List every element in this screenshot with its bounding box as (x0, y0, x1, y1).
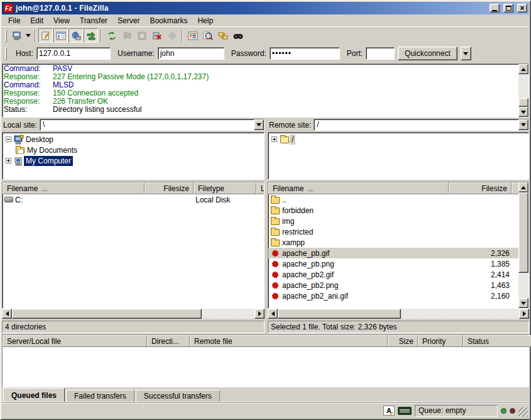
remote-file-row[interactable]: apache_pb2.gif2,414 (268, 269, 518, 280)
toggle-remote-tree-button[interactable] (68, 28, 83, 43)
titlebar[interactable]: Fz john@127.0.0.1 - FileZilla × (2, 2, 529, 14)
column-header-filename[interactable]: Filename (3, 182, 145, 194)
remote-pane: Remote site: / / Filename Filesize (268, 119, 529, 333)
remote-file-row[interactable]: apache_pb2.png1,463 (268, 280, 518, 290)
remote-site-combo-button[interactable] (518, 119, 528, 130)
column-header-filesize[interactable]: Filesize (449, 182, 512, 194)
scroll-right-button[interactable] (519, 309, 529, 319)
remote-file-row-selected[interactable]: apache_pb.gif2,326 (268, 248, 518, 258)
column-header-server-local-file[interactable]: Server/Local file (3, 335, 147, 347)
remote-vertical-scrollbar[interactable] (518, 182, 528, 308)
column-header-filesize[interactable]: Filesize (145, 182, 194, 194)
port-input[interactable] (366, 47, 395, 60)
scroll-track[interactable] (518, 74, 528, 98)
remote-file-row[interactable]: apache_pb2_ani.gif2,160 (268, 290, 518, 301)
close-button[interactable]: × (517, 4, 527, 13)
menu-bookmarks[interactable]: Bookmarks (145, 15, 192, 26)
expand-expander-icon[interactable] (271, 136, 277, 142)
speed-limit-icon[interactable] (398, 407, 412, 415)
directory-filters-button[interactable] (185, 28, 200, 43)
directory-comparison-button[interactable] (200, 28, 215, 43)
local-horizontal-scrollbar[interactable] (2, 309, 265, 319)
scroll-left-button[interactable] (268, 309, 278, 319)
toggle-transfer-queue-button[interactable] (84, 28, 98, 43)
reconnect-button[interactable] (165, 28, 179, 43)
remote-file-row[interactable]: forbidden (268, 205, 518, 216)
tab-queued-files[interactable]: Queued files (3, 388, 65, 402)
scroll-up-button[interactable] (518, 182, 528, 192)
menu-transfer[interactable]: Transfer (75, 15, 112, 26)
quickconnect-grip[interactable] (5, 47, 7, 60)
menu-help[interactable]: Help (192, 15, 218, 26)
scroll-track[interactable] (401, 309, 519, 319)
username-label: Username: (118, 49, 155, 58)
local-site-combo[interactable]: \ (40, 119, 265, 131)
scroll-down-button[interactable] (518, 298, 528, 308)
scroll-thumb[interactable] (518, 98, 528, 107)
minimize-button[interactable] (490, 4, 500, 13)
tab-successful-transfers[interactable]: Successful transfers (136, 390, 220, 402)
menu-view[interactable]: View (48, 15, 75, 26)
scroll-thumb[interactable] (278, 309, 401, 319)
synchronized-browsing-button[interactable] (216, 28, 230, 43)
column-header-filetype[interactable]: Filetype (194, 182, 256, 194)
scroll-thumb[interactable] (12, 309, 202, 319)
column-header-size[interactable]: Size (388, 335, 418, 347)
cancel-operation-button[interactable] (134, 28, 149, 43)
toggle-local-tree-button[interactable] (53, 28, 68, 43)
scroll-left-button[interactable] (2, 309, 12, 319)
tab-failed-transfers[interactable]: Failed transfers (66, 390, 134, 402)
disconnect-button[interactable] (150, 28, 164, 43)
menu-file[interactable]: File (3, 15, 25, 26)
transfer-queue: Server/Local file Directi... Remote file… (2, 334, 529, 387)
column-header-status[interactable]: Status (463, 335, 531, 347)
remote-horizontal-scrollbar[interactable] (268, 309, 529, 319)
site-manager-dropdown-icon (26, 34, 31, 37)
remote-file-row[interactable]: img (268, 216, 518, 226)
password-input[interactable] (270, 47, 340, 60)
maximize-button[interactable] (503, 4, 513, 13)
quickconnect-dropdown[interactable] (461, 47, 471, 60)
menu-server[interactable]: Server (112, 15, 145, 26)
column-header-priority[interactable]: Priority (418, 335, 463, 347)
remote-site-combo[interactable]: / (314, 119, 529, 131)
quickconnect-button[interactable]: Quickconnect (398, 47, 457, 60)
find-files-button[interactable] (231, 28, 245, 43)
scroll-down-button[interactable] (518, 107, 528, 117)
remote-file-row[interactable]: restricted (268, 226, 518, 237)
toggle-message-log-button[interactable] (38, 28, 53, 43)
refresh-button[interactable] (104, 28, 119, 43)
column-header-last-modified[interactable]: L (256, 182, 264, 194)
column-header-remote-file[interactable]: Remote file (190, 335, 388, 347)
scroll-thumb[interactable] (518, 192, 528, 273)
username-input[interactable] (158, 47, 224, 60)
remote-file-row[interactable]: .. (268, 194, 518, 205)
column-header-direction[interactable]: Directi... (147, 335, 190, 347)
quickconnect-button-label: Quickconnect (405, 49, 451, 58)
tree-item-my-computer[interactable]: My Computer (3, 155, 263, 166)
site-manager-button[interactable] (9, 28, 24, 43)
tree-item-root[interactable]: / (269, 134, 528, 145)
site-manager-dropdown[interactable] (25, 28, 32, 43)
toolbar-grip[interactable] (5, 30, 7, 42)
host-input[interactable] (36, 47, 111, 60)
column-header-filename[interactable]: Filename (268, 182, 449, 194)
collapse-expander-icon[interactable] (6, 136, 11, 142)
scroll-track[interactable] (518, 273, 528, 298)
local-file-row[interactable]: C: Local Disk (3, 194, 264, 205)
remote-file-row[interactable]: apache_pb.png1,385 (268, 258, 518, 269)
my-documents-icon (15, 145, 25, 155)
tree-item-desktop[interactable]: Desktop (3, 134, 263, 145)
expand-expander-icon[interactable] (6, 158, 11, 163)
window-resize-grip[interactable] (518, 407, 528, 417)
scroll-right-button[interactable] (255, 309, 265, 319)
process-queue-button[interactable] (119, 28, 134, 43)
scroll-up-button[interactable] (518, 64, 528, 74)
remote-file-row[interactable]: xampp (268, 237, 518, 248)
log-vertical-scrollbar[interactable] (518, 64, 528, 117)
tree-item-my-documents[interactable]: My Documents (3, 145, 263, 155)
scroll-track[interactable] (202, 309, 255, 319)
local-site-combo-button[interactable] (254, 119, 264, 130)
menu-edit[interactable]: Edit (25, 15, 48, 26)
ascii-data-type-icon[interactable]: A (383, 406, 395, 416)
